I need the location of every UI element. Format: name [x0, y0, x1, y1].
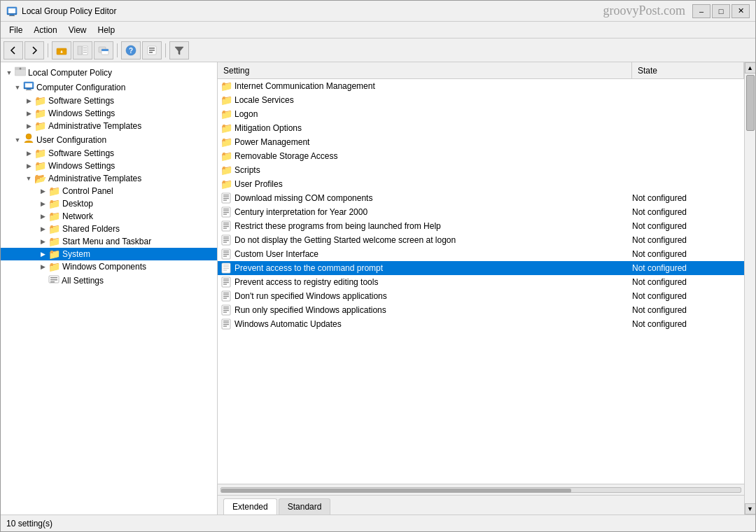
list-item[interactable]: Windows Automatic Updates Not configured — [218, 317, 744, 331]
minimize-button[interactable]: – — [692, 4, 710, 18]
row-setting-text: Download missing COM components — [234, 193, 632, 203]
tree-admin-templates-uc[interactable]: ▼ 📂 Administrative Templates — [1, 172, 217, 185]
scrollbar-thumb[interactable] — [221, 489, 571, 493]
tree-windows-components[interactable]: ▶ 📁 Windows Components — [1, 260, 217, 273]
cp-folder-icon: 📁 — [48, 186, 60, 197]
row-policy-icon — [218, 234, 234, 246]
forward-button[interactable] — [24, 41, 44, 59]
uc-expand-icon: ▼ — [12, 136, 23, 144]
ss-uc-folder-icon: 📁 — [34, 148, 46, 159]
tree-shared-folders[interactable]: ▶ 📁 Shared Folders — [1, 223, 217, 235]
list-item[interactable]: 📁 Power Management — [218, 135, 744, 149]
tab-standard[interactable]: Standard — [279, 498, 331, 514]
tree-software-settings-cc[interactable]: ▶ 📁 Software Settings — [1, 94, 217, 107]
svg-rect-41 — [223, 211, 229, 211]
list-item[interactable]: 📁 Scripts — [218, 163, 744, 177]
as-expand-icon — [37, 277, 48, 284]
list-item[interactable]: Restrict these programs from being launc… — [218, 219, 744, 233]
svg-rect-55 — [223, 251, 229, 251]
tree-start-menu[interactable]: ▶ 📁 Start Menu and Taskbar — [1, 235, 217, 248]
back-button[interactable] — [4, 41, 23, 59]
scrollbar-thumb-vertical[interactable] — [746, 75, 755, 131]
svg-rect-26 — [24, 88, 34, 89]
ss-cc-expand-icon: ▶ — [23, 97, 34, 104]
list-item[interactable]: 📁 Removable Storage Access — [218, 149, 744, 163]
tabs-bar: Extended Standard — [218, 495, 744, 514]
desktop-folder-icon: 📁 — [48, 198, 60, 209]
tree-control-panel[interactable]: ▶ 📁 Control Panel — [1, 185, 217, 197]
list-item[interactable]: 📁 Locale Services — [218, 93, 744, 107]
row-setting-text: Restrict these programs from being launc… — [234, 221, 632, 231]
svg-rect-82 — [223, 324, 229, 325]
title-watermark-area: groovyPost.com — [116, 4, 692, 18]
help-button[interactable]: ? — [121, 41, 141, 59]
list-item[interactable]: Custom User Interface Not configured — [218, 247, 744, 261]
list-item[interactable]: 📁 User Profiles — [218, 177, 744, 191]
root-icon — [15, 66, 26, 79]
svg-rect-11 — [83, 52, 87, 52]
svg-rect-3 — [10, 15, 14, 15]
row-setting-text: Century interpretation for Year 2000 — [234, 207, 632, 217]
tree-user-config[interactable]: ▼ User Configuration — [1, 132, 217, 147]
row-setting-text: Internet Communication Management — [234, 81, 632, 91]
svg-rect-68 — [223, 284, 227, 285]
tree-system[interactable]: ▶ 📁 System — [1, 248, 217, 260]
list-item[interactable]: 📁 Mitigation Options — [218, 121, 744, 135]
list-item[interactable]: Prevent access to registry editing tools… — [218, 275, 744, 289]
close-button[interactable]: ✕ — [732, 4, 750, 18]
filter-button[interactable] — [169, 41, 189, 59]
window-controls: – □ ✕ — [692, 4, 750, 18]
list-item[interactable]: Download missing COM components Not conf… — [218, 191, 744, 205]
horizontal-scrollbar[interactable] — [218, 484, 744, 495]
menu-action[interactable]: Action — [28, 24, 62, 36]
menu-view[interactable]: View — [63, 24, 92, 36]
tab-extended[interactable]: Extended — [223, 498, 277, 514]
tree-windows-settings-uc[interactable]: ▶ 📁 Windows Settings — [1, 160, 217, 172]
cc-expand-icon: ▼ — [12, 84, 23, 91]
menu-file[interactable]: File — [4, 24, 28, 36]
svg-point-23 — [20, 68, 22, 70]
new-window-button[interactable] — [94, 41, 113, 59]
list-item[interactable]: 📁 Logon — [218, 107, 744, 121]
list-item[interactable]: Run only specified Windows applications … — [218, 303, 744, 317]
list-body[interactable]: 📁 Internet Communication Management 📁 Lo… — [218, 79, 744, 484]
tree-software-settings-uc[interactable]: ▶ 📁 Software Settings — [1, 147, 217, 160]
maximize-button[interactable]: □ — [712, 4, 730, 18]
row-folder-icon: 📁 — [218, 80, 234, 92]
header-setting[interactable]: Setting — [218, 62, 632, 78]
ws-uc-folder-icon: 📁 — [34, 160, 46, 172]
tree-panel[interactable]: ▼ Local Computer Policy ▼ — [1, 62, 218, 514]
list-item[interactable]: Do not display the Getting Started welco… — [218, 233, 744, 247]
properties-button[interactable] — [142, 41, 162, 59]
row-setting-text: Custom User Interface — [234, 249, 632, 259]
tree-root[interactable]: ▼ Local Computer Policy — [1, 65, 217, 80]
scrollbar-down-button[interactable]: ▼ — [745, 503, 756, 514]
tree-all-settings[interactable]: All Settings — [1, 273, 217, 288]
svg-rect-46 — [223, 225, 229, 225]
scrollbar-up-button[interactable]: ▲ — [745, 62, 756, 74]
header-state[interactable]: State — [632, 62, 744, 78]
row-state-text: Not configured — [632, 235, 744, 245]
scrollbar-track[interactable] — [220, 487, 741, 493]
row-folder-icon: 📁 — [218, 150, 234, 162]
tree-windows-settings-cc[interactable]: ▶ 📁 Windows Settings — [1, 107, 217, 120]
svg-rect-80 — [223, 321, 229, 321]
list-item[interactable]: Century interpretation for Year 2000 Not… — [218, 205, 744, 219]
tree-admin-templates-cc[interactable]: ▶ 📁 Administrative Templates — [1, 120, 217, 132]
list-item[interactable]: 📁 Internet Communication Management — [218, 79, 744, 93]
tree-network[interactable]: ▶ 📁 Network — [1, 210, 217, 223]
menu-help[interactable]: Help — [92, 24, 121, 36]
up-folder-button[interactable] — [52, 41, 71, 59]
tree-desktop[interactable]: ▶ 📁 Desktop — [1, 197, 217, 210]
vertical-scrollbar[interactable]: ▲ ▼ — [744, 62, 755, 514]
row-setting-text: User Profiles — [234, 179, 632, 189]
row-folder-icon: 📁 — [218, 178, 234, 190]
show-hide-button[interactable] — [73, 41, 92, 59]
list-item-selected[interactable]: Prevent access to the command prompt Not… — [218, 261, 744, 275]
tree-computer-config[interactable]: ▼ Computer Configuration — [1, 80, 217, 94]
svg-rect-14 — [102, 49, 108, 51]
scrollbar-track-vertical[interactable] — [746, 74, 755, 503]
list-item[interactable]: Don't run specified Windows applications… — [218, 289, 744, 303]
svg-point-29 — [26, 134, 31, 139]
svg-rect-72 — [223, 296, 229, 297]
